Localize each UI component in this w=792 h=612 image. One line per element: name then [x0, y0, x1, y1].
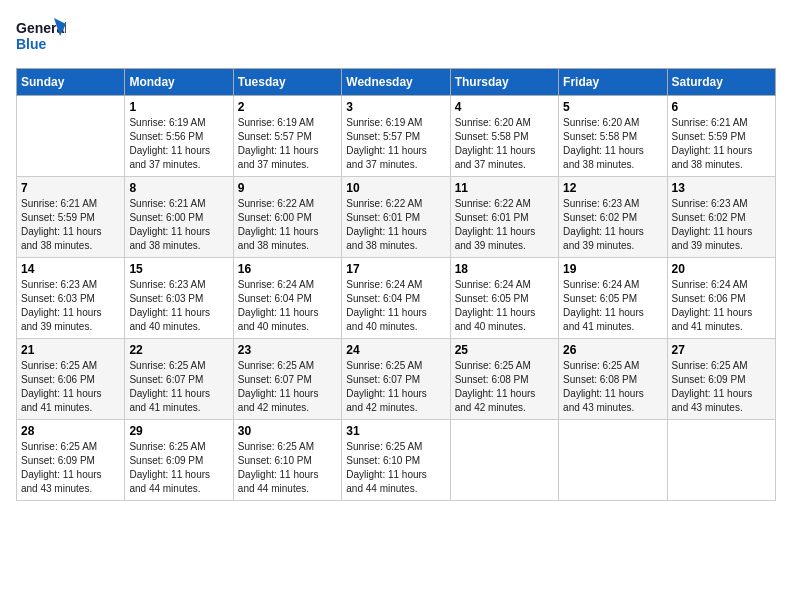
day-header-saturday: Saturday: [667, 69, 775, 96]
day-number: 11: [455, 181, 554, 195]
day-detail: Sunrise: 6:24 AM Sunset: 6:04 PM Dayligh…: [238, 278, 337, 334]
day-detail: Sunrise: 6:25 AM Sunset: 6:09 PM Dayligh…: [21, 440, 120, 496]
calendar-cell: [450, 420, 558, 501]
day-detail: Sunrise: 6:25 AM Sunset: 6:06 PM Dayligh…: [21, 359, 120, 415]
day-detail: Sunrise: 6:23 AM Sunset: 6:03 PM Dayligh…: [21, 278, 120, 334]
calendar-table: SundayMondayTuesdayWednesdayThursdayFrid…: [16, 68, 776, 501]
day-detail: Sunrise: 6:19 AM Sunset: 5:56 PM Dayligh…: [129, 116, 228, 172]
day-detail: Sunrise: 6:25 AM Sunset: 6:09 PM Dayligh…: [672, 359, 771, 415]
calendar-cell: 7Sunrise: 6:21 AM Sunset: 5:59 PM Daylig…: [17, 177, 125, 258]
svg-text:Blue: Blue: [16, 36, 47, 52]
calendar-cell: 29Sunrise: 6:25 AM Sunset: 6:09 PM Dayli…: [125, 420, 233, 501]
day-detail: Sunrise: 6:24 AM Sunset: 6:06 PM Dayligh…: [672, 278, 771, 334]
calendar-cell: 26Sunrise: 6:25 AM Sunset: 6:08 PM Dayli…: [559, 339, 667, 420]
day-number: 17: [346, 262, 445, 276]
calendar-cell: [667, 420, 775, 501]
day-number: 28: [21, 424, 120, 438]
calendar-week-1: 1Sunrise: 6:19 AM Sunset: 5:56 PM Daylig…: [17, 96, 776, 177]
day-number: 29: [129, 424, 228, 438]
day-number: 10: [346, 181, 445, 195]
day-detail: Sunrise: 6:24 AM Sunset: 6:05 PM Dayligh…: [455, 278, 554, 334]
calendar-cell: 1Sunrise: 6:19 AM Sunset: 5:56 PM Daylig…: [125, 96, 233, 177]
page-header: GeneralBlue: [16, 16, 776, 58]
day-header-monday: Monday: [125, 69, 233, 96]
day-number: 30: [238, 424, 337, 438]
day-number: 19: [563, 262, 662, 276]
calendar-cell: [17, 96, 125, 177]
day-header-tuesday: Tuesday: [233, 69, 341, 96]
day-number: 3: [346, 100, 445, 114]
calendar-cell: 9Sunrise: 6:22 AM Sunset: 6:00 PM Daylig…: [233, 177, 341, 258]
day-detail: Sunrise: 6:19 AM Sunset: 5:57 PM Dayligh…: [238, 116, 337, 172]
day-number: 8: [129, 181, 228, 195]
day-number: 13: [672, 181, 771, 195]
day-detail: Sunrise: 6:22 AM Sunset: 6:01 PM Dayligh…: [346, 197, 445, 253]
calendar-cell: 18Sunrise: 6:24 AM Sunset: 6:05 PM Dayli…: [450, 258, 558, 339]
calendar-cell: 31Sunrise: 6:25 AM Sunset: 6:10 PM Dayli…: [342, 420, 450, 501]
calendar-week-4: 21Sunrise: 6:25 AM Sunset: 6:06 PM Dayli…: [17, 339, 776, 420]
calendar-cell: 15Sunrise: 6:23 AM Sunset: 6:03 PM Dayli…: [125, 258, 233, 339]
calendar-cell: [559, 420, 667, 501]
logo: GeneralBlue: [16, 16, 66, 58]
day-number: 6: [672, 100, 771, 114]
calendar-cell: 27Sunrise: 6:25 AM Sunset: 6:09 PM Dayli…: [667, 339, 775, 420]
calendar-cell: 2Sunrise: 6:19 AM Sunset: 5:57 PM Daylig…: [233, 96, 341, 177]
day-number: 16: [238, 262, 337, 276]
day-number: 31: [346, 424, 445, 438]
day-detail: Sunrise: 6:23 AM Sunset: 6:02 PM Dayligh…: [563, 197, 662, 253]
day-number: 20: [672, 262, 771, 276]
day-number: 5: [563, 100, 662, 114]
day-number: 18: [455, 262, 554, 276]
day-detail: Sunrise: 6:20 AM Sunset: 5:58 PM Dayligh…: [455, 116, 554, 172]
calendar-cell: 5Sunrise: 6:20 AM Sunset: 5:58 PM Daylig…: [559, 96, 667, 177]
day-detail: Sunrise: 6:25 AM Sunset: 6:07 PM Dayligh…: [238, 359, 337, 415]
day-number: 25: [455, 343, 554, 357]
calendar-cell: 28Sunrise: 6:25 AM Sunset: 6:09 PM Dayli…: [17, 420, 125, 501]
calendar-cell: 16Sunrise: 6:24 AM Sunset: 6:04 PM Dayli…: [233, 258, 341, 339]
day-detail: Sunrise: 6:21 AM Sunset: 6:00 PM Dayligh…: [129, 197, 228, 253]
day-header-thursday: Thursday: [450, 69, 558, 96]
day-number: 22: [129, 343, 228, 357]
calendar-cell: 23Sunrise: 6:25 AM Sunset: 6:07 PM Dayli…: [233, 339, 341, 420]
day-detail: Sunrise: 6:19 AM Sunset: 5:57 PM Dayligh…: [346, 116, 445, 172]
day-number: 27: [672, 343, 771, 357]
day-detail: Sunrise: 6:21 AM Sunset: 5:59 PM Dayligh…: [672, 116, 771, 172]
calendar-cell: 30Sunrise: 6:25 AM Sunset: 6:10 PM Dayli…: [233, 420, 341, 501]
day-detail: Sunrise: 6:25 AM Sunset: 6:10 PM Dayligh…: [238, 440, 337, 496]
day-detail: Sunrise: 6:23 AM Sunset: 6:03 PM Dayligh…: [129, 278, 228, 334]
day-number: 21: [21, 343, 120, 357]
logo-icon: GeneralBlue: [16, 16, 66, 58]
day-detail: Sunrise: 6:21 AM Sunset: 5:59 PM Dayligh…: [21, 197, 120, 253]
day-detail: Sunrise: 6:25 AM Sunset: 6:08 PM Dayligh…: [455, 359, 554, 415]
day-number: 26: [563, 343, 662, 357]
calendar-cell: 4Sunrise: 6:20 AM Sunset: 5:58 PM Daylig…: [450, 96, 558, 177]
calendar-cell: 25Sunrise: 6:25 AM Sunset: 6:08 PM Dayli…: [450, 339, 558, 420]
calendar-cell: 10Sunrise: 6:22 AM Sunset: 6:01 PM Dayli…: [342, 177, 450, 258]
day-number: 14: [21, 262, 120, 276]
day-detail: Sunrise: 6:25 AM Sunset: 6:09 PM Dayligh…: [129, 440, 228, 496]
calendar-cell: 20Sunrise: 6:24 AM Sunset: 6:06 PM Dayli…: [667, 258, 775, 339]
calendar-cell: 14Sunrise: 6:23 AM Sunset: 6:03 PM Dayli…: [17, 258, 125, 339]
day-number: 12: [563, 181, 662, 195]
calendar-cell: 8Sunrise: 6:21 AM Sunset: 6:00 PM Daylig…: [125, 177, 233, 258]
day-number: 9: [238, 181, 337, 195]
day-detail: Sunrise: 6:23 AM Sunset: 6:02 PM Dayligh…: [672, 197, 771, 253]
day-detail: Sunrise: 6:20 AM Sunset: 5:58 PM Dayligh…: [563, 116, 662, 172]
day-detail: Sunrise: 6:22 AM Sunset: 6:00 PM Dayligh…: [238, 197, 337, 253]
day-header-friday: Friday: [559, 69, 667, 96]
day-number: 4: [455, 100, 554, 114]
day-detail: Sunrise: 6:24 AM Sunset: 6:05 PM Dayligh…: [563, 278, 662, 334]
day-detail: Sunrise: 6:25 AM Sunset: 6:07 PM Dayligh…: [346, 359, 445, 415]
calendar-cell: 17Sunrise: 6:24 AM Sunset: 6:04 PM Dayli…: [342, 258, 450, 339]
calendar-week-2: 7Sunrise: 6:21 AM Sunset: 5:59 PM Daylig…: [17, 177, 776, 258]
day-number: 23: [238, 343, 337, 357]
day-header-sunday: Sunday: [17, 69, 125, 96]
day-number: 24: [346, 343, 445, 357]
day-detail: Sunrise: 6:24 AM Sunset: 6:04 PM Dayligh…: [346, 278, 445, 334]
day-number: 2: [238, 100, 337, 114]
calendar-header: SundayMondayTuesdayWednesdayThursdayFrid…: [17, 69, 776, 96]
day-number: 15: [129, 262, 228, 276]
day-number: 1: [129, 100, 228, 114]
day-detail: Sunrise: 6:22 AM Sunset: 6:01 PM Dayligh…: [455, 197, 554, 253]
calendar-cell: 3Sunrise: 6:19 AM Sunset: 5:57 PM Daylig…: [342, 96, 450, 177]
